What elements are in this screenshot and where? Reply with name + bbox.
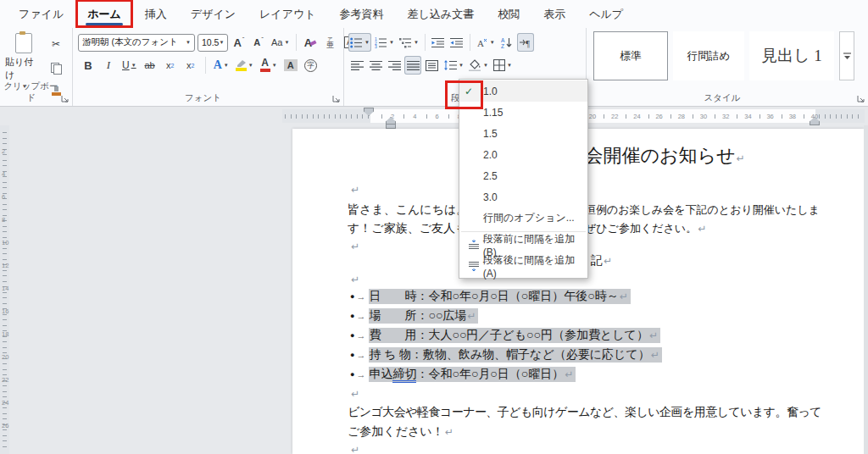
word-window: ファイルホーム挿入デザインレイアウト参考資料差し込み文書校閲表示ヘルプ 貼り付け… [0,0,868,454]
style-normal[interactable]: 標準 [593,31,668,80]
menu-item-115[interactable]: 1.15 [459,102,587,123]
menu-item-10[interactable]: ✓1.0 [459,80,587,102]
justify-icon [407,60,420,71]
change-case-button[interactable]: Aa▼ [270,33,291,52]
phonetic-guide-button[interactable]: ア亜 [321,33,338,52]
underline-button[interactable]: U▼ [120,56,138,75]
bullet-list-icon [350,37,363,48]
text-effects-button[interactable]: A▼ [212,56,231,75]
style-no-spacing[interactable]: 行間詰め [673,31,744,80]
annotation-box-home-tab [75,0,133,28]
document-line[interactable]: 恒例のお楽しみ会を下記のとおり開催いたしま [585,202,820,219]
clipboard-dialog-launcher[interactable] [61,95,70,103]
enclose-characters-button[interactable]: 字 [303,56,320,75]
clear-formatting-button[interactable]: A [302,33,319,52]
vertical-ruler: 2468101214161820222426 [0,125,9,454]
menu-item-label: 段落後に間隔を追加(A) [483,253,587,280]
superscript-button[interactable]: x2 [182,56,199,75]
tab-menu-9[interactable]: ヘルプ [579,2,633,27]
check-icon: ✓ [465,86,483,97]
menu-item-25[interactable]: 2.5 [459,165,587,186]
bullet-list-item[interactable]: ●→持 ち 物：敷物、飲み物、帽子など（必要に応じて）↵ [350,346,662,363]
line-spacing-button[interactable]: ▼ [442,56,465,75]
chevron-down-icon: ▼ [272,63,277,68]
pilcrow-mark: ↵ [351,184,359,196]
group-label-styles: スタイル [587,92,858,104]
asian-layout-button[interactable]: A ▼ [475,33,497,52]
document-line[interactable]: ご参加ください！↵ [348,424,453,440]
empty-paragraph[interactable]: ↵ [350,441,359,454]
pilcrow-mark: ↵ [565,368,573,380]
align-left-button[interactable] [348,56,365,75]
character-shading-button[interactable]: A [282,56,299,75]
font-dialog-launcher[interactable] [332,95,341,103]
bold-button[interactable]: B [80,56,97,75]
tab-menu-6[interactable]: 差し込み文書 [398,2,485,27]
tab-mark: → [356,291,365,302]
align-left-icon [351,60,364,71]
tab-home[interactable]: ホーム [77,2,131,27]
menu-item-30[interactable]: 3.0 [459,186,587,208]
asian-layout-icon: A [476,37,488,48]
subscript-button[interactable]: x2 [162,56,179,75]
scrollbar-track[interactable] [864,125,868,454]
justify-button[interactable] [404,56,421,75]
multilevel-list-button[interactable]: ▼ [398,33,420,52]
italic-button[interactable]: I [100,56,117,75]
tab-menu-4[interactable]: レイアウト [249,2,326,27]
text-highlight-button[interactable]: ▼ [234,56,255,75]
empty-paragraph[interactable]: ↵ [350,181,359,198]
align-center-button[interactable] [367,56,384,75]
increase-indent-button[interactable] [448,33,465,52]
show-formatting-marks-button[interactable]: ¶ [517,33,534,52]
distribute-text-button[interactable] [423,56,440,75]
bullet-list-item[interactable]: ●→日 時：令和○年○月○日（○曜日）午後○時～↵ [350,288,631,305]
tab-file[interactable]: ファイル [8,2,74,27]
menu-item-20[interactable]: 2.0 [459,144,587,165]
shading-button[interactable]: ▼ [467,56,490,75]
styles-dialog-launcher[interactable] [857,95,865,103]
style-heading1-label: 見出し 1 [761,45,822,67]
tab-label: 差し込み文書 [408,8,475,20]
menu-item-15[interactable]: 1.5 [459,123,587,144]
style-gallery-more-button[interactable] [839,31,854,80]
tab-menu-8[interactable]: 表示 [533,2,576,27]
decrease-indent-button[interactable] [430,33,447,52]
menu-item-add-space-after[interactable]: 段落後に間隔を追加(A) [459,256,587,277]
paragraph-mark-icon: ¶ [519,37,532,48]
tab-label: ファイル [19,8,64,20]
document-line[interactable]: ぜひご参加ください。↵ [585,220,706,237]
grow-font-button[interactable]: Aˆ [231,33,248,52]
borders-button[interactable]: ▼ [492,56,514,75]
shrink-font-button[interactable]: Aˇ [250,33,267,52]
align-right-button[interactable] [386,56,403,75]
document-line[interactable]: 記↵ [591,252,612,269]
numbered-list-button[interactable]: 123 ▼ [373,33,396,52]
copy-icon [51,63,61,74]
font-name-select[interactable]: 游明朝 (本文のフォント ▼ [78,34,195,52]
chevron-down-icon: ▼ [224,63,229,68]
empty-paragraph[interactable]: ↵ [350,238,359,255]
tab-menu-2[interactable]: 挿入 [135,2,177,27]
tab-menu-7[interactable]: 校閲 [487,2,530,27]
group-font: 游明朝 (本文のフォント ▼ 10.5 ▼ Aˆ Aˇ Aa▼ A ア亜 A B [73,28,344,106]
bullet-list-item[interactable]: ●→場 所：○○広場↵ [350,307,478,324]
font-size-select[interactable]: 10.5 ▼ [198,34,228,52]
sort-button[interactable]: AZ [498,33,515,52]
font-color-button[interactable]: A ▼ [259,56,279,75]
style-heading1[interactable]: 見出し 1 [749,31,834,80]
empty-paragraph[interactable]: ↵ [350,271,359,288]
copy-button[interactable] [47,58,64,77]
tab-menu-3[interactable]: デザイン [181,2,246,27]
document-line[interactable]: ビンゴ大会や軽食コーナー、子ども向けゲームなど、楽しい企画を用意しています。奮っ… [348,404,821,421]
cut-button[interactable]: ✂ [47,35,64,53]
paint-bucket-icon [469,59,481,71]
empty-paragraph[interactable]: ↵ [350,385,359,402]
bullet-list-item[interactable]: ●→申込締切：令和○年○月○日（○曜日）↵ [350,366,576,383]
bullet-list-button[interactable]: ▼ [348,33,371,52]
tab-menu-5[interactable]: 参考資料 [330,2,394,27]
menu-item-[interactable]: 行間のオプション... [459,208,587,229]
horizontal-ruler: 246810121416182022242628303234363840 [0,108,868,125]
bullet-list-item[interactable]: ●→費 用：大人○○円／子ども○○円（参加費として）↵ [350,327,660,344]
strikethrough-button[interactable]: ab [142,56,159,75]
